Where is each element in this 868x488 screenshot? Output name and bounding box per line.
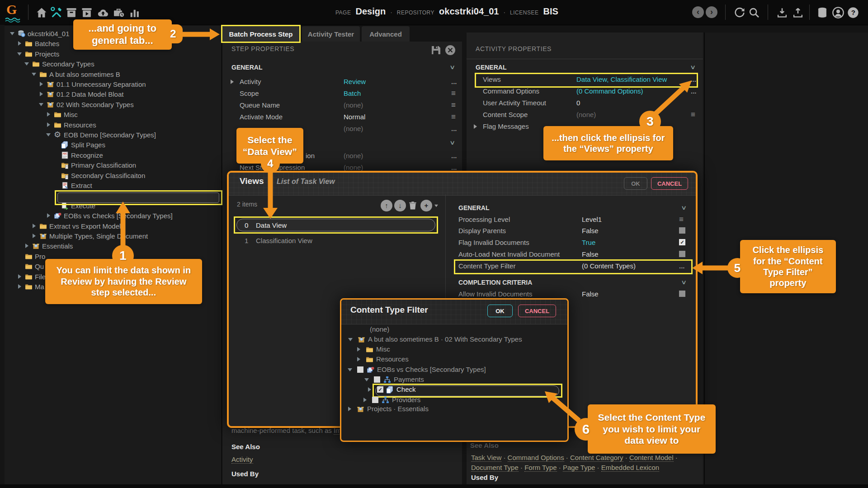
tree-item[interactable]: Secondary Classificaiton	[0, 171, 221, 181]
tree-item[interactable]: 01.2 Data Model Bloat	[0, 89, 221, 99]
menu-button[interactable]: ≡	[451, 113, 456, 122]
ellipsis-button[interactable]: ...	[691, 75, 697, 83]
ellipsis-button[interactable]: ...	[679, 262, 685, 270]
ctf-tree-label[interactable]: Misc	[376, 345, 390, 353]
collapse-arrow-icon[interactable]	[47, 122, 50, 127]
ctf-tree-label[interactable]: Projects · Essentials	[367, 405, 429, 413]
collapse-arrow-icon[interactable]	[40, 82, 43, 86]
tree-item[interactable]: Multiple Types, Single Document	[0, 231, 221, 241]
tree-item[interactable]: Misc	[0, 110, 221, 120]
property-value[interactable]: Batch	[344, 89, 361, 97]
expand-arrow-icon[interactable]	[46, 133, 51, 136]
row-expander-icon[interactable]	[231, 80, 234, 84]
tree-item[interactable]: Extract	[0, 181, 221, 191]
expand-arrow-icon[interactable]	[24, 62, 29, 66]
menu-button[interactable]: ≡	[451, 101, 456, 110]
download-icon[interactable]	[776, 6, 788, 19]
see-also-link[interactable]: Content Model	[629, 454, 674, 462]
cloud-upload-icon[interactable]	[97, 6, 109, 19]
checkbox-unchecked[interactable]	[679, 227, 685, 234]
row-expander-icon[interactable]	[474, 124, 477, 129]
ctf-tree-label[interactable]: Check	[396, 385, 416, 393]
expand-arrow-icon[interactable]	[10, 32, 14, 35]
tree-checkbox-unchecked[interactable]	[357, 366, 363, 373]
completion-criteria-section[interactable]: COMPLETION CRITERIA	[458, 279, 532, 286]
ok-button[interactable]: OK	[487, 305, 513, 317]
view-item-index[interactable]: 0	[245, 221, 248, 229]
collapse-arrow-icon[interactable]	[40, 92, 43, 96]
chevron-down-icon[interactable]: ∨	[449, 64, 455, 70]
wrench-hammer-icon[interactable]	[50, 6, 63, 19]
collapse-arrow-icon[interactable]	[18, 41, 21, 46]
ellipsis-button[interactable]: ...	[451, 164, 457, 171]
tree-item[interactable]: Essentials	[0, 241, 221, 251]
property-value[interactable]: (none)	[344, 152, 363, 160]
property-value[interactable]: False	[582, 227, 599, 235]
expand-arrow-icon[interactable]	[348, 338, 353, 341]
box-play-icon[interactable]	[80, 6, 93, 19]
collapse-arrow-icon[interactable]	[47, 213, 50, 218]
chevron-down-icon[interactable]: ∨	[681, 204, 687, 211]
grooper-logo[interactable]: G	[6, 2, 17, 17]
repository-value[interactable]: okcstrki04_01	[439, 6, 499, 17]
collapse-arrow-icon[interactable]	[357, 347, 360, 352]
user-icon[interactable]	[832, 6, 844, 19]
see-also-link[interactable]: Form Type	[524, 464, 557, 472]
tree-item[interactable]: 02 With Secondary Types	[0, 100, 221, 110]
tree-scrollbar-track[interactable]	[0, 25, 5, 484]
cancel-button[interactable]: CANCEL	[518, 305, 556, 317]
property-value[interactable]: Review	[344, 78, 366, 85]
see-also-link[interactable]: Embedded Lexicon	[601, 464, 659, 472]
checkbox-unchecked[interactable]	[679, 291, 685, 297]
delete-icon[interactable]	[408, 201, 418, 211]
upload-icon[interactable]	[792, 6, 804, 19]
checkbox-checked[interactable]: ✓	[679, 239, 685, 245]
collapse-arrow-icon[interactable]	[357, 357, 360, 361]
views-general-section[interactable]: GENERAL	[458, 204, 489, 211]
refresh-icon[interactable]	[733, 6, 746, 19]
chevron-down-icon[interactable]: ∨	[690, 64, 696, 70]
expand-arrow-icon[interactable]	[364, 378, 369, 381]
database-icon[interactable]	[816, 6, 829, 19]
ctf-tree-label[interactable]: (none)	[370, 325, 389, 333]
ok-button[interactable]: OK	[624, 177, 647, 190]
view-item-label[interactable]: Classification View	[256, 237, 312, 244]
collapse-arrow-icon[interactable]	[368, 387, 371, 392]
property-value[interactable]: False	[582, 250, 599, 258]
dropdown-caret-icon[interactable]	[434, 205, 438, 207]
briefcase-clock-icon[interactable]	[113, 6, 125, 19]
see-also-link[interactable]: Activity	[231, 455, 253, 464]
page-value[interactable]: Design	[355, 6, 386, 17]
ellipsis-button[interactable]: ...	[451, 125, 457, 132]
home-icon[interactable]	[35, 6, 48, 19]
see-also-link[interactable]: Content Category	[570, 454, 623, 462]
collapse-arrow-icon[interactable]	[348, 407, 351, 411]
property-value[interactable]: (none)	[576, 111, 596, 118]
step-general-section[interactable]: GENERAL	[231, 64, 262, 71]
tree-item[interactable]: Projects	[0, 49, 221, 59]
property-value[interactable]: Data View, Classification View	[576, 75, 667, 83]
tree-item[interactable]: A but also sometimes B	[0, 70, 221, 80]
tree-item[interactable]: Split Pages	[0, 140, 221, 150]
add-button[interactable]: +	[420, 200, 432, 211]
collapsed-section-chevron-icon[interactable]: ∨	[449, 139, 455, 146]
ctf-tree-label[interactable]: EOBs vs Checks [Secondary Types]	[377, 366, 486, 373]
tree-item[interactable]: Resources	[0, 120, 221, 130]
see-also-link[interactable]: Command Options	[508, 454, 564, 462]
move-up-button[interactable]: ↑	[381, 200, 392, 211]
property-value[interactable]: (none)	[344, 125, 363, 132]
property-value[interactable]: (0 Content Types)	[582, 262, 636, 270]
chevron-down-icon[interactable]: ∨	[681, 279, 687, 286]
tree-item[interactable]: Secondary Types	[0, 59, 221, 69]
ctf-tree-label[interactable]: Resources	[376, 355, 409, 363]
tree-item[interactable]: Primary Classification	[0, 160, 221, 170]
view-item-index[interactable]: 1	[245, 237, 248, 244]
property-value[interactable]: (0 Command Options)	[576, 87, 643, 95]
collapse-arrow-icon[interactable]	[18, 284, 21, 289]
nav-forward-icon[interactable]: ›	[706, 6, 717, 18]
ctf-tree-label[interactable]: Providers	[392, 396, 420, 404]
expand-arrow-icon[interactable]	[17, 52, 22, 56]
tab-advanced[interactable]: Advanced	[362, 26, 410, 42]
tab-activity-tester[interactable]: Activity Tester	[302, 26, 360, 42]
expand-arrow-icon[interactable]	[39, 103, 43, 106]
